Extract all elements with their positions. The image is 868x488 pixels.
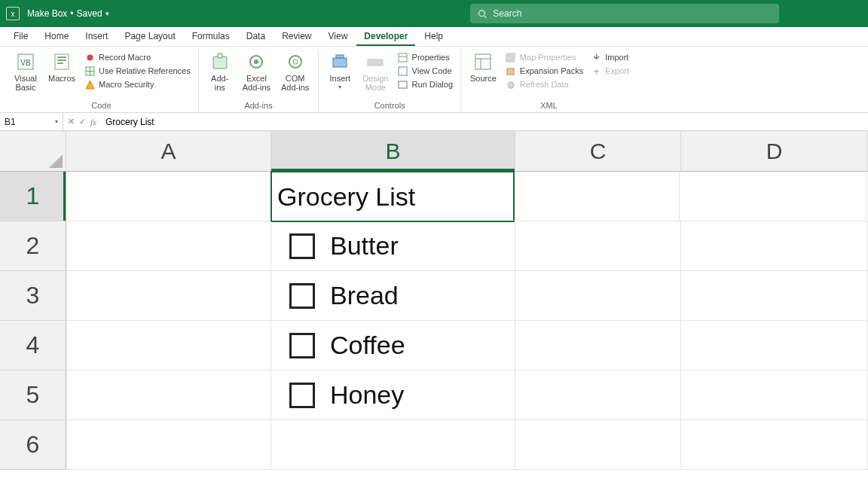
map-properties-button[interactable]: Map Properties: [504, 51, 585, 63]
dialog-icon: [398, 79, 408, 90]
com-addins-button[interactable]: COM Add-ins: [278, 50, 312, 93]
gear-icon: [246, 51, 267, 72]
document-title[interactable]: Make Box • Saved ▾: [27, 8, 109, 19]
search-box[interactable]: [470, 4, 779, 23]
cell-D3[interactable]: [681, 271, 868, 321]
checkbox-control[interactable]: [289, 233, 315, 259]
checkbox-label: Coffee: [330, 331, 405, 360]
search-input[interactable]: [493, 8, 772, 19]
tab-page-layout[interactable]: Page Layout: [117, 28, 182, 46]
svg-rect-29: [506, 53, 515, 62]
cell-reference: B1: [5, 117, 16, 127]
visual-basic-button[interactable]: VB Visual Basic: [11, 50, 41, 93]
tab-developer[interactable]: Developer: [356, 28, 415, 46]
cell-B3[interactable]: Bread: [271, 271, 515, 321]
cell-A2[interactable]: [66, 221, 271, 271]
tab-view[interactable]: View: [321, 28, 356, 46]
expansion-packs-button[interactable]: Expansion Packs: [504, 65, 585, 77]
cell-A5[interactable]: [66, 371, 271, 420]
cell-A6[interactable]: [66, 420, 271, 470]
cell-D6[interactable]: [681, 420, 868, 470]
column-header-C[interactable]: C: [515, 131, 681, 172]
title-bar: x Make Box • Saved ▾: [0, 0, 868, 27]
cell-C3[interactable]: [515, 271, 681, 321]
row-header-5[interactable]: 5: [0, 371, 66, 420]
source-icon: [472, 51, 494, 72]
row-header-4[interactable]: 4: [0, 321, 66, 371]
cell-D4[interactable]: [681, 321, 868, 371]
chevron-down-icon[interactable]: ▾: [105, 10, 109, 17]
row-header-3[interactable]: 3: [0, 271, 66, 321]
import-icon: [591, 52, 601, 63]
map-icon: [506, 52, 516, 63]
svg-rect-22: [399, 53, 407, 62]
svg-rect-5: [57, 56, 66, 58]
macro-security-button[interactable]: Macro Security: [83, 78, 192, 90]
name-box[interactable]: B1 ▾: [0, 113, 63, 130]
record-macro-button[interactable]: Record Macro: [83, 51, 192, 63]
pack-icon: [506, 66, 516, 76]
svg-marker-12: [86, 81, 94, 89]
row-header-1[interactable]: 1: [0, 172, 66, 221]
import-button[interactable]: Import: [589, 51, 631, 63]
formula-input[interactable]: [101, 117, 868, 127]
export-button[interactable]: Export: [589, 65, 631, 77]
cell-A3[interactable]: [66, 271, 271, 321]
refresh-data-button[interactable]: Refresh Data: [504, 78, 585, 90]
column-header-A[interactable]: A: [66, 131, 271, 172]
svg-rect-20: [336, 55, 344, 58]
svg-rect-21: [368, 59, 383, 66]
cell-C4[interactable]: [515, 321, 681, 371]
confirm-edit-icon[interactable]: ✓: [79, 117, 86, 127]
tab-file[interactable]: File: [6, 28, 35, 46]
tab-insert[interactable]: Insert: [78, 28, 115, 46]
column-header-D[interactable]: D: [681, 131, 868, 172]
excel-addins-button[interactable]: Excel Add-ins: [240, 50, 274, 93]
row-header-2[interactable]: 2: [0, 221, 66, 271]
cell-B2[interactable]: Butter: [271, 221, 515, 271]
column-header-B[interactable]: B: [271, 131, 515, 172]
tab-help[interactable]: Help: [417, 28, 451, 46]
cell-A1[interactable]: [66, 172, 271, 221]
run-dialog-button[interactable]: Run Dialog: [396, 78, 454, 90]
checkbox-control[interactable]: [289, 333, 315, 358]
row-header-6[interactable]: 6: [0, 420, 66, 470]
tab-review[interactable]: Review: [274, 28, 319, 46]
checkbox-control[interactable]: [289, 383, 315, 408]
tab-home[interactable]: Home: [37, 28, 76, 46]
cell-A4[interactable]: [66, 321, 271, 371]
cell-C1[interactable]: [514, 172, 680, 221]
cell-B6[interactable]: [271, 420, 515, 470]
properties-button[interactable]: Properties: [396, 51, 454, 63]
fx-icon[interactable]: fx: [90, 117, 96, 127]
svg-rect-6: [57, 59, 66, 61]
chevron-down-icon: ▾: [338, 84, 341, 91]
cell-D1[interactable]: [680, 172, 866, 221]
cell-C2[interactable]: [515, 221, 681, 271]
cell-D2[interactable]: [681, 221, 868, 271]
cancel-edit-icon[interactable]: ✕: [68, 117, 75, 127]
dropdown-icon[interactable]: ▾: [55, 118, 58, 125]
row-2: 2 Butter: [0, 221, 868, 271]
addins-button[interactable]: Add- ins: [205, 50, 235, 93]
checkbox-control[interactable]: [289, 283, 315, 309]
tab-data[interactable]: Data: [239, 28, 273, 46]
tab-formulas[interactable]: Formulas: [185, 28, 237, 46]
design-mode-button[interactable]: Design Mode: [359, 50, 391, 93]
cell-B5[interactable]: Honey: [271, 371, 515, 420]
insert-control-button[interactable]: Insert ▾: [325, 50, 355, 93]
cell-C5[interactable]: [515, 371, 681, 420]
select-all-corner[interactable]: [0, 131, 66, 172]
spreadsheet: A B C D 1 Grocery List 2 Butter 3 Bread …: [0, 131, 868, 470]
use-relative-references-button[interactable]: Use Relative References: [83, 65, 192, 77]
cell-D5[interactable]: [681, 371, 868, 420]
toolbox-icon: [329, 51, 350, 72]
source-button[interactable]: Source: [467, 50, 500, 84]
row-6: 6: [0, 420, 868, 470]
svg-point-17: [289, 56, 301, 68]
cell-B1[interactable]: Grocery List: [270, 171, 515, 222]
cell-C6[interactable]: [515, 420, 681, 470]
macros-button[interactable]: Macros: [45, 50, 78, 84]
view-code-button[interactable]: View Code: [396, 65, 454, 77]
cell-B4[interactable]: Coffee: [271, 321, 515, 371]
